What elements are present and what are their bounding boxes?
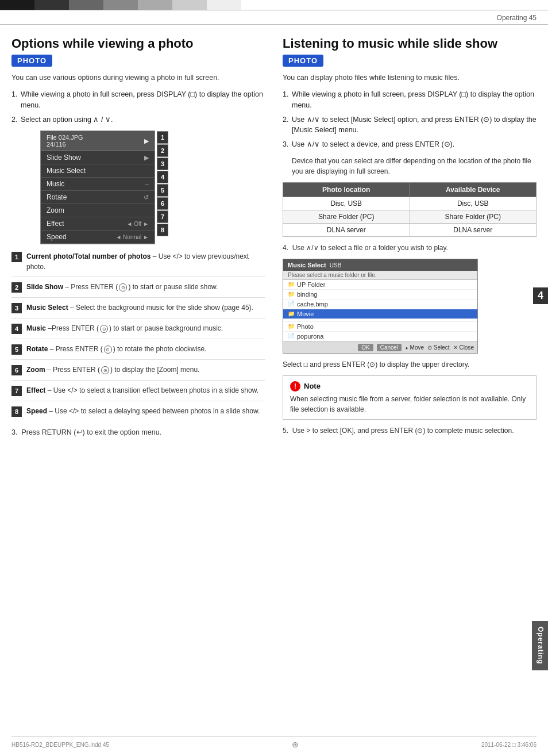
note-box: ! Note When selecting music file from a …	[283, 375, 537, 420]
desc-item-7: 7 Effect – Use </> to select a transitio…	[11, 385, 265, 401]
note-text: When selecting music file from a server,…	[290, 394, 529, 415]
left-column: Options while viewing a photo PHOTO You …	[11, 36, 265, 438]
ms-move: ⬧ Move	[405, 344, 424, 351]
num-badge-8: 8	[157, 224, 168, 236]
right-step-3: Use ∧/∨ to select a device, and press EN…	[283, 139, 537, 150]
left-steps-list: While viewing a photo in full screen, pr…	[11, 89, 265, 125]
footer-left: HB516-RD2_BDEUPPK_ENG.indd 45	[11, 742, 109, 748]
color-bar-top	[0, 0, 548, 10]
left-section-desc: You can use various options during viewi…	[11, 72, 265, 83]
side-tab-container: 4 Operating	[533, 287, 548, 304]
cb-black2	[34, 0, 69, 10]
device-table: Photo location Available Device Disc, US…	[283, 182, 537, 237]
num-badge-3: 3	[157, 158, 168, 170]
menu-arrow: ▶	[144, 137, 149, 145]
right-column: Listening to music while slide show PHOT…	[283, 36, 537, 438]
file-info: File 024.JPG 24/116	[47, 134, 83, 148]
ms-list: 📁 UP Folder 📁 binding 📄 cache.bmp 📁 Movi…	[283, 280, 477, 341]
desc-item-5: 5 Rotate – Press ENTER (⊙) to rotate the…	[11, 344, 265, 360]
ms-item-movie: 📁 Movie	[283, 309, 477, 319]
music-select-mockup: Music Select USB Please select a music f…	[283, 259, 478, 354]
menu-item-slideshow: Slide Show ▶	[41, 151, 155, 164]
step-2: Select an option using ∧ / ∨.	[11, 114, 265, 125]
table-cell-loc-2: Share Folder (PC)	[283, 210, 410, 223]
table-cell-loc-1: Disc, USB	[283, 197, 410, 210]
num-badge-7: 7	[157, 210, 168, 223]
page-header: Operating 45	[0, 10, 548, 25]
menu-item-zoom: Zoom	[41, 204, 155, 217]
desc-items-list: 1 Current photo/Total number of photos –…	[11, 251, 265, 421]
ms-title: Music Select USB	[283, 259, 477, 271]
right-step-1: While viewing a photo in full screen, pr…	[283, 89, 537, 111]
menu-item-musicselect: Music Select	[41, 164, 155, 178]
right-section-desc: You can display photo files while listen…	[283, 72, 537, 83]
ms-item-popurona: 📄 popurona	[283, 332, 477, 341]
ms-close: ✕ Close	[453, 344, 474, 351]
num-badge-6: 6	[157, 197, 168, 210]
menu-item-effect: Effect ◄ Off ►	[41, 217, 155, 231]
desc-item-2: 2 Slide Show – Press ENTER (⊙) to start …	[11, 282, 265, 298]
menu-item-music: Music –	[41, 178, 155, 191]
desc-item-3: 3 Music Select – Select the background m…	[11, 302, 265, 318]
table-header-location: Photo location	[283, 182, 410, 197]
table-cell-dev-3: DLNA server	[410, 223, 537, 236]
ms-item-binding: 📁 binding	[283, 290, 477, 300]
table-cell-loc-3: DLNA server	[283, 223, 410, 236]
side-tab-label: Operating	[532, 621, 548, 670]
page-number: Operating 45	[497, 14, 537, 22]
side-tab-number: 4	[533, 287, 548, 304]
table-row: DLNA server DLNA server	[283, 223, 537, 236]
note-icon: !	[290, 381, 300, 392]
step-5-text: 5. Use > to select [OK], and press ENTER…	[283, 425, 537, 436]
right-section-title: Listening to music while slide show	[283, 36, 537, 51]
ms-item-cache: 📄 cache.bmp	[283, 300, 477, 309]
table-row: Disc, USB Disc, USB	[283, 197, 537, 210]
desc-item-1: 1 Current photo/Total number of photos –…	[11, 251, 265, 277]
ms-subtitle: Please select a music folder or file.	[283, 271, 477, 280]
table-row: Share Folder (PC) Share Folder (PC)	[283, 210, 537, 223]
step-3-return: 3. Press RETURN (↩) to exit the option m…	[11, 427, 265, 438]
num-badge-4: 4	[157, 171, 168, 183]
cb-white	[207, 0, 241, 10]
menu-mockup-wrapper: File 024.JPG 24/116 ▶ Slide Show ▶ Music…	[23, 131, 167, 244]
table-header-device: Available Device	[410, 182, 537, 197]
cb-gray1	[69, 0, 103, 10]
cb-gray2	[103, 0, 138, 10]
step-4-text: 4. Use ∧/∨ to select a file or a folder …	[283, 243, 537, 253]
menu-header: File 024.JPG 24/116 ▶	[41, 131, 155, 151]
ms-action-cancel: Cancel	[377, 344, 402, 351]
note-label: ! Note	[290, 381, 529, 392]
desc-item-8: 8 Speed – Use </> to select a delaying s…	[11, 406, 265, 421]
cb-black1	[0, 0, 34, 10]
num-badge-2: 2	[157, 144, 168, 157]
menu-mockup: File 024.JPG 24/116 ▶ Slide Show ▶ Music…	[40, 131, 155, 244]
select-note: Select □ and press ENTER (⊙) to display …	[283, 359, 537, 370]
page-footer: HB516-RD2_BDEUPPK_ENG.indd 45 ⊕ 2011-06-…	[11, 736, 537, 749]
step-3-note: Device that you can select are differ de…	[283, 156, 537, 176]
left-photo-badge: PHOTO	[11, 55, 52, 67]
desc-item-6: 6 Zoom – Press ENTER (⊙) to display the …	[11, 364, 265, 381]
ms-actions: OK Cancel ⬧ Move ⊙ Select ✕ Close	[283, 341, 477, 353]
compass-icon: ⊕	[292, 740, 299, 749]
ms-item-photo: 📁 Photo	[283, 322, 477, 332]
ms-item-upfolder: 📁 UP Folder	[283, 280, 477, 290]
ms-select: ⊙ Select	[427, 344, 450, 351]
cb-gray3	[138, 0, 172, 10]
footer-right: 2011-06-22 □ 3:46:06	[481, 742, 537, 748]
step-1: While viewing a photo in full screen, pr…	[11, 89, 265, 111]
cb-mid	[241, 0, 304, 10]
left-section-title: Options while viewing a photo	[11, 36, 265, 51]
right-step-2: Use ∧/∨ to select [Music Select] option,…	[283, 114, 537, 136]
desc-item-4: 4 Music –Press ENTER (⊙) to start or pau…	[11, 323, 265, 339]
ms-action-ok: OK	[358, 344, 373, 351]
right-photo-badge: PHOTO	[283, 55, 323, 67]
menu-item-speed: Speed ◄ Normal ►	[41, 231, 155, 244]
menu-item-rotate: Rotate ↺	[41, 191, 155, 204]
cb-gray4	[172, 0, 207, 10]
menu-num-badges: 1 2 3 4 5 6 7 8	[157, 131, 168, 237]
num-badge-1: 1	[157, 131, 168, 144]
right-steps-list: While viewing a photo in full screen, pr…	[283, 89, 537, 150]
table-cell-dev-2: Share Folder (PC)	[410, 210, 537, 223]
main-content: Options while viewing a photo PHOTO You …	[0, 25, 548, 444]
table-cell-dev-1: Disc, USB	[410, 197, 537, 210]
